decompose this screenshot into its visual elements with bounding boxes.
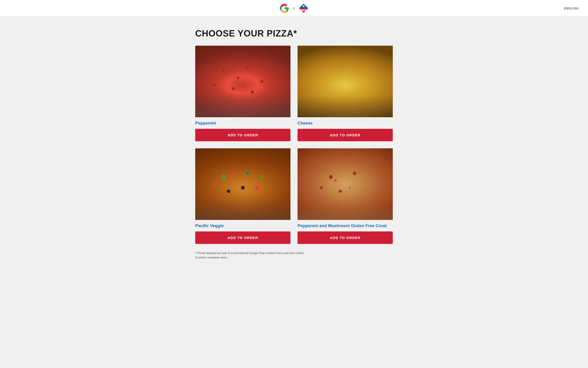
add-to-order-pepperoni[interactable]: ADD TO ORDER bbox=[195, 129, 290, 141]
dominos-logo bbox=[299, 3, 308, 13]
pepperoni-mushroom-pizza-image bbox=[298, 148, 393, 220]
svg-point-2 bbox=[303, 5, 304, 7]
add-to-order-cheese[interactable]: ADD TO ORDER bbox=[298, 129, 393, 141]
logo-separator: × bbox=[293, 6, 295, 11]
add-to-order-pacific-veggie[interactable]: ADD TO ORDER bbox=[195, 231, 290, 244]
pizza-card-pepperoni: Pepperoni ADD TO ORDER bbox=[195, 46, 290, 141]
pizza-card-pepperoni-mushroom: Pepperoni and Mushroom Gluten Free Crust… bbox=[298, 148, 393, 244]
google-logo bbox=[280, 3, 289, 13]
page-title: CHOOSE YOUR PIZZA* bbox=[195, 28, 393, 39]
pizza-image-pacific-veggie bbox=[195, 148, 290, 220]
pizza-image-pepperoni-mushroom bbox=[298, 148, 393, 220]
main-content: CHOOSE YOUR PIZZA* Pepperoni ADD TO ORDE… bbox=[186, 17, 402, 274]
cheese-pizza-image bbox=[298, 46, 393, 117]
pizza-card-cheese: Cheese ADD TO ORDER bbox=[298, 46, 393, 141]
pizza-name-pacific-veggie: Pacific Veggie bbox=[195, 223, 290, 229]
page-header: × ENGLISH bbox=[0, 0, 588, 17]
brand-logos: × bbox=[280, 3, 308, 13]
pepperoni-pizza-image bbox=[195, 46, 290, 117]
add-to-order-pepperoni-mushroom[interactable]: ADD TO ORDER bbox=[298, 231, 393, 244]
svg-point-3 bbox=[301, 9, 303, 11]
pizza-image-cheese bbox=[298, 46, 393, 117]
pizza-image-pepperoni bbox=[195, 46, 290, 117]
svg-point-4 bbox=[303, 9, 304, 11]
pizza-card-pacific-veggie: Pacific Veggie ADD TO ORDER bbox=[195, 148, 290, 244]
language-selector[interactable]: ENGLISH bbox=[564, 7, 579, 10]
pizza-grid: Pepperoni ADD TO ORDER Cheese ADD TO ORD… bbox=[195, 46, 393, 244]
disclaimer-text: * Pizzas featured are part of a promotio… bbox=[195, 251, 308, 260]
svg-point-5 bbox=[305, 9, 306, 11]
pizza-name-pepperoni: Pepperoni bbox=[195, 120, 290, 126]
pacific-veggie-pizza-image bbox=[195, 148, 290, 220]
pizza-name-cheese: Cheese bbox=[298, 120, 393, 126]
pizza-name-pepperoni-mushroom: Pepperoni and Mushroom Gluten Free Crust bbox=[298, 223, 393, 229]
